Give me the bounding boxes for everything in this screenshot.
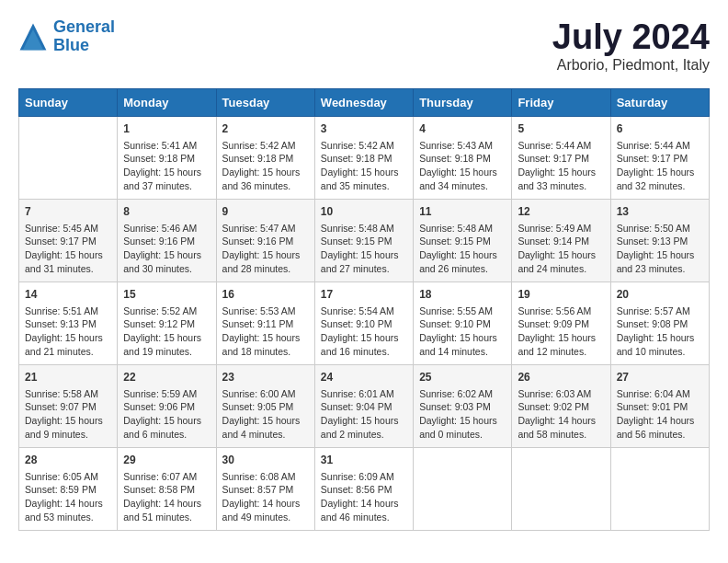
- calendar-cell: 10Sunrise: 5:48 AMSunset: 9:15 PMDayligh…: [314, 199, 413, 282]
- day-number: 18: [419, 287, 506, 303]
- day-number: 23: [222, 370, 309, 385]
- logo-line1: General: [53, 17, 115, 36]
- daylight-text: Daylight: 14 hours and 51 minutes.: [123, 497, 210, 523]
- day-number: 26: [518, 370, 604, 385]
- sunset-text: Sunset: 8:57 PM: [222, 483, 309, 497]
- sunset-text: Sunset: 9:03 PM: [419, 400, 506, 414]
- calendar-cell: 24Sunrise: 6:01 AMSunset: 9:04 PMDayligh…: [314, 364, 413, 447]
- sunset-text: Sunset: 8:58 PM: [123, 483, 210, 497]
- sunset-text: Sunset: 9:06 PM: [123, 400, 210, 414]
- daylight-text: Daylight: 14 hours and 49 minutes.: [222, 497, 309, 523]
- day-number: 21: [25, 370, 111, 385]
- day-number: 7: [25, 204, 111, 220]
- calendar-cell: [414, 447, 512, 530]
- sunrise-text: Sunrise: 6:08 AM: [222, 470, 309, 484]
- sunrise-text: Sunrise: 6:01 AM: [321, 387, 407, 401]
- day-number: 20: [617, 287, 703, 303]
- calendar-cell: 8Sunrise: 5:46 AMSunset: 9:16 PMDaylight…: [118, 199, 216, 282]
- sunset-text: Sunset: 9:01 PM: [617, 400, 703, 414]
- calendar-week-row: 28Sunrise: 6:05 AMSunset: 8:59 PMDayligh…: [19, 447, 710, 530]
- daylight-text: Daylight: 15 hours and 10 minutes.: [617, 331, 703, 358]
- title-block: July 2024 Arborio, Piedmont, Italy: [552, 18, 710, 74]
- calendar-cell: [512, 447, 610, 530]
- calendar-table: SundayMondayTuesdayWednesdayThursdayFrid…: [18, 88, 710, 531]
- daylight-text: Daylight: 15 hours and 0 minutes.: [419, 414, 506, 441]
- sunrise-text: Sunrise: 5:44 AM: [518, 139, 604, 153]
- daylight-text: Daylight: 14 hours and 58 minutes.: [518, 414, 604, 441]
- calendar-cell: 18Sunrise: 5:55 AMSunset: 9:10 PMDayligh…: [414, 282, 512, 364]
- day-number: 31: [321, 453, 407, 468]
- calendar-cell: 26Sunrise: 6:03 AMSunset: 9:02 PMDayligh…: [512, 364, 610, 447]
- daylight-text: Daylight: 15 hours and 2 minutes.: [321, 414, 407, 441]
- month-year-title: July 2024: [552, 18, 710, 57]
- calendar-header: SundayMondayTuesdayWednesdayThursdayFrid…: [19, 88, 710, 116]
- sunrise-text: Sunrise: 5:48 AM: [321, 222, 407, 236]
- calendar-cell: 5Sunrise: 5:44 AMSunset: 9:17 PMDaylight…: [512, 116, 610, 199]
- weekday-header-thursday: Thursday: [414, 88, 512, 116]
- sunrise-text: Sunrise: 5:43 AM: [419, 139, 506, 153]
- daylight-text: Daylight: 14 hours and 46 minutes.: [321, 497, 407, 523]
- sunset-text: Sunset: 8:56 PM: [321, 483, 407, 497]
- sunrise-text: Sunrise: 5:48 AM: [419, 222, 506, 236]
- day-number: 15: [123, 287, 210, 303]
- calendar-cell: 16Sunrise: 5:53 AMSunset: 9:11 PMDayligh…: [216, 282, 314, 364]
- weekday-header-monday: Monday: [118, 88, 216, 116]
- daylight-text: Daylight: 15 hours and 34 minutes.: [419, 166, 506, 192]
- logo-icon: [18, 22, 48, 52]
- calendar-cell: 9Sunrise: 5:47 AMSunset: 9:16 PMDaylight…: [216, 199, 314, 282]
- calendar-week-row: 21Sunrise: 5:58 AMSunset: 9:07 PMDayligh…: [19, 364, 710, 447]
- daylight-text: Daylight: 15 hours and 37 minutes.: [123, 166, 210, 192]
- sunrise-text: Sunrise: 6:03 AM: [518, 387, 604, 401]
- sunrise-text: Sunrise: 5:52 AM: [123, 304, 210, 318]
- sunset-text: Sunset: 9:17 PM: [617, 152, 703, 166]
- daylight-text: Daylight: 15 hours and 12 minutes.: [518, 331, 604, 358]
- day-number: 5: [518, 121, 604, 137]
- calendar-cell: 23Sunrise: 6:00 AMSunset: 9:05 PMDayligh…: [216, 364, 314, 447]
- sunrise-text: Sunrise: 5:54 AM: [321, 304, 407, 318]
- calendar-cell: 27Sunrise: 6:04 AMSunset: 9:01 PMDayligh…: [610, 364, 709, 447]
- calendar-week-row: 14Sunrise: 5:51 AMSunset: 9:13 PMDayligh…: [19, 282, 710, 364]
- daylight-text: Daylight: 15 hours and 33 minutes.: [518, 166, 604, 192]
- weekday-header-friday: Friday: [512, 88, 610, 116]
- daylight-text: Daylight: 15 hours and 6 minutes.: [123, 414, 210, 441]
- sunset-text: Sunset: 9:18 PM: [419, 152, 506, 166]
- day-number: 1: [123, 121, 210, 137]
- sunrise-text: Sunrise: 5:57 AM: [617, 304, 703, 318]
- day-number: 14: [25, 287, 111, 303]
- daylight-text: Daylight: 15 hours and 18 minutes.: [222, 331, 309, 358]
- day-number: 29: [123, 453, 210, 468]
- calendar-cell: 28Sunrise: 6:05 AMSunset: 8:59 PMDayligh…: [19, 447, 118, 530]
- sunrise-text: Sunrise: 5:47 AM: [222, 222, 309, 236]
- weekday-header-tuesday: Tuesday: [216, 88, 314, 116]
- daylight-text: Daylight: 15 hours and 32 minutes.: [617, 166, 703, 192]
- sunrise-text: Sunrise: 5:59 AM: [123, 387, 210, 401]
- calendar-cell: 7Sunrise: 5:45 AMSunset: 9:17 PMDaylight…: [19, 199, 118, 282]
- calendar-cell: 13Sunrise: 5:50 AMSunset: 9:13 PMDayligh…: [610, 199, 709, 282]
- sunrise-text: Sunrise: 5:51 AM: [25, 304, 111, 318]
- sunset-text: Sunset: 9:18 PM: [123, 152, 210, 166]
- day-number: 22: [123, 370, 210, 385]
- daylight-text: Daylight: 15 hours and 35 minutes.: [321, 166, 407, 192]
- sunset-text: Sunset: 9:13 PM: [617, 235, 703, 248]
- weekday-header-saturday: Saturday: [610, 88, 709, 116]
- day-number: 28: [25, 453, 111, 468]
- sunrise-text: Sunrise: 5:49 AM: [518, 222, 604, 236]
- sunrise-text: Sunrise: 5:45 AM: [25, 222, 111, 236]
- sunrise-text: Sunrise: 5:53 AM: [222, 304, 309, 318]
- calendar-cell: 4Sunrise: 5:43 AMSunset: 9:18 PMDaylight…: [414, 116, 512, 199]
- day-number: 9: [222, 204, 309, 220]
- weekday-header-row: SundayMondayTuesdayWednesdayThursdayFrid…: [19, 88, 710, 116]
- daylight-text: Daylight: 15 hours and 27 minutes.: [321, 248, 407, 275]
- sunrise-text: Sunrise: 5:41 AM: [123, 139, 210, 153]
- calendar-body: 1Sunrise: 5:41 AMSunset: 9:18 PMDaylight…: [19, 116, 710, 530]
- calendar-cell: [19, 116, 118, 199]
- sunset-text: Sunset: 9:09 PM: [518, 317, 604, 331]
- weekday-header-sunday: Sunday: [19, 88, 118, 116]
- daylight-text: Daylight: 15 hours and 31 minutes.: [25, 248, 111, 275]
- daylight-text: Daylight: 15 hours and 21 minutes.: [25, 331, 111, 358]
- sunrise-text: Sunrise: 6:04 AM: [617, 387, 703, 401]
- calendar-cell: 3Sunrise: 5:42 AMSunset: 9:18 PMDaylight…: [314, 116, 413, 199]
- logo-text: General Blue: [53, 18, 115, 55]
- weekday-header-wednesday: Wednesday: [314, 88, 413, 116]
- sunrise-text: Sunrise: 5:44 AM: [617, 139, 703, 153]
